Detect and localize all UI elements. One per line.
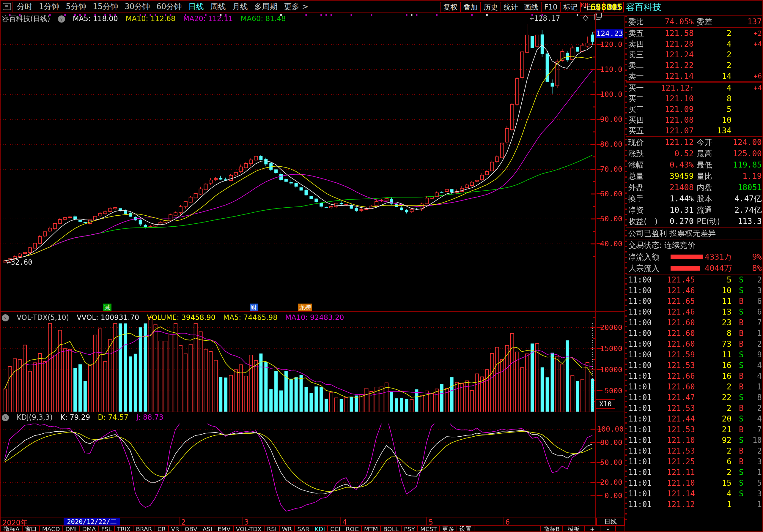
top-menu-bar: 分时1分钟5分钟15分钟30分钟60分钟日线周线月线多周期更多 > 复权叠加历史… xyxy=(1,1,763,13)
toolbar-item-KDJ[interactable]: KDJ xyxy=(312,526,328,532)
candlestick-chart-canvas[interactable] xyxy=(1,1,625,532)
toolbar-item-DMA[interactable]: DMA xyxy=(79,526,99,532)
tick-row: 11:01121.144S3 xyxy=(626,488,763,499)
toolbar-item-FSL[interactable]: FSL xyxy=(98,526,115,532)
toolbar-item-CCI[interactable]: CCI xyxy=(327,526,343,532)
toolbar-item-TRIX[interactable]: TRIX xyxy=(114,526,134,532)
low-price-annotation: ←32.60 xyxy=(7,258,32,266)
ask-row[interactable]: 卖二121.222 xyxy=(626,60,763,71)
toolbar-item-ROC[interactable]: ROC xyxy=(343,526,362,532)
ask-row[interactable]: 卖三121.242 xyxy=(626,49,763,60)
toolbar-item-DMI[interactable]: DMI xyxy=(62,526,80,532)
toolbar-item-指标B[interactable]: 指标B xyxy=(540,526,563,532)
flow-bar xyxy=(671,266,700,271)
axis-label: 50.00 xyxy=(597,215,622,223)
toolbar-item-VOL-TDX[interactable]: VOL-TDX xyxy=(233,526,265,532)
stock-code: 688005 xyxy=(590,2,622,12)
menu-item-日线[interactable]: 日线 xyxy=(188,1,204,13)
toolbar-item-EMV[interactable]: EMV xyxy=(215,526,234,532)
toolbar-item-CR[interactable]: CR xyxy=(155,526,169,532)
toolbar-item-ASI[interactable]: ASI xyxy=(200,526,215,532)
window-icon[interactable] xyxy=(3,3,11,10)
chevron-down-icon[interactable]: ∨ xyxy=(2,414,9,421)
toolbar-item-BOLL[interactable]: BOLL xyxy=(380,526,401,532)
toolbar-item-窗口[interactable]: 窗口 xyxy=(22,526,40,532)
chevron-down-icon[interactable]: ∨ xyxy=(2,314,9,321)
topbar-button-复权[interactable]: 复权 xyxy=(440,2,461,13)
toolbar-item-更多[interactable]: 更多 xyxy=(439,526,457,532)
ask-row[interactable]: 卖四121.284+4 xyxy=(626,39,763,49)
period-label-box[interactable]: 日线 xyxy=(596,518,625,526)
bid-row[interactable]: 买五121.07134 xyxy=(626,125,763,136)
topbar-button-标记[interactable]: 标记 xyxy=(560,2,581,13)
bid-row[interactable]: 买一121.12↑4+4 xyxy=(626,83,763,93)
tick-list[interactable]: 11:00121.455S211:00121.4610S311:00121.65… xyxy=(626,274,763,510)
toolbar-item-VR[interactable]: VR xyxy=(168,526,182,532)
menu-item-分时[interactable]: 分时 xyxy=(17,1,32,13)
ask-row[interactable]: 卖五121.582+2 xyxy=(626,28,763,39)
tick-row: 11:00121.455S2 xyxy=(626,274,763,285)
menu-item-5分钟[interactable]: 5分钟 xyxy=(66,1,86,13)
toolbar-item-模板[interactable]: 模板 xyxy=(562,526,585,532)
company-status: 公司已盈利 投票权无差异 xyxy=(626,227,763,239)
topbar-button-历史[interactable]: 历史 xyxy=(480,2,501,13)
tick-row: 11:01121.5321B7 xyxy=(626,424,763,435)
tick-row: 11:00121.5316S4 xyxy=(626,360,763,371)
event-badge[interactable]: 减 xyxy=(103,304,111,311)
topbar-button-F10[interactable]: F10 xyxy=(541,2,561,13)
menu-item-更多 >[interactable]: 更多 > xyxy=(284,1,308,13)
menu-item-1分钟[interactable]: 1分钟 xyxy=(39,1,59,13)
right-panel-border xyxy=(624,16,625,532)
chart-title: 容百科技(日线) xyxy=(2,15,50,23)
menu-item-60分钟[interactable]: 60分钟 xyxy=(156,1,181,13)
chevron-down-icon[interactable]: ∨ xyxy=(58,16,65,23)
bid-row[interactable]: 买四121.0810 xyxy=(626,115,763,125)
tick-row: 11:00121.6511B6 xyxy=(626,296,763,307)
toolbar-item-PSY[interactable]: PSY xyxy=(401,526,418,532)
toolbar-item-RSI[interactable]: RSI xyxy=(264,526,280,532)
ask-row[interactable]: 卖一121.1414+6 xyxy=(626,71,763,81)
diamond-icon[interactable]: ◇ xyxy=(583,13,589,22)
toolbar-item-MCST[interactable]: MCST xyxy=(417,526,440,532)
bid-row[interactable]: 买二121.108 xyxy=(626,93,763,104)
topbar-button-叠加[interactable]: 叠加 xyxy=(460,2,481,13)
toolbar-item-设置[interactable]: 设置 xyxy=(457,526,475,532)
axis-label: 0.00 xyxy=(597,491,622,500)
stat-row: 总量39459量比1.19 xyxy=(626,170,763,182)
topbar-button-统计[interactable]: 统计 xyxy=(500,2,521,13)
axis-label: 20.00 xyxy=(597,478,622,487)
axis-label: 70.00 xyxy=(597,165,622,173)
axis-label: 50.00 xyxy=(597,458,622,467)
indicator-value: K: 79.29 xyxy=(60,413,90,421)
event-badge[interactable]: 财 xyxy=(250,304,258,311)
bid-row[interactable]: 买三121.095 xyxy=(626,104,763,115)
month-tick xyxy=(340,517,341,525)
tick-row: 11:01121.256B3 xyxy=(626,456,763,467)
toolbar-item-BRAR[interactable]: BRAR xyxy=(133,526,155,532)
toolbar-item-SAR[interactable]: SAR xyxy=(294,526,312,532)
volume-multiplier-tag: X10 xyxy=(596,399,615,409)
menu-item-周线[interactable]: 周线 xyxy=(210,1,226,13)
stat-row: 外盘21408内盘18051 xyxy=(626,182,763,193)
indicator-value: MA5: 118.00 xyxy=(73,15,118,23)
toolbar-item-WR[interactable]: WR xyxy=(279,526,295,532)
event-badge[interactable]: 龙榜 xyxy=(298,304,312,311)
toolbar-item-MACD[interactable]: MACD xyxy=(39,526,63,532)
tick-row: 11:01121.4722S8 xyxy=(626,392,763,403)
indicator-value: VOL-TDX(5,10) xyxy=(17,313,69,322)
toolbar-item-OBV[interactable]: OBV xyxy=(181,526,200,532)
menu-item-多周期[interactable]: 多周期 xyxy=(254,1,277,13)
selected-date-label[interactable]: 2020/12/22/二 xyxy=(63,518,120,525)
pane-separator-2 xyxy=(1,411,625,411)
menu-item-30分钟[interactable]: 30分钟 xyxy=(125,1,150,13)
toolbar-item-MTM[interactable]: MTM xyxy=(361,526,381,532)
topbar-button-画线[interactable]: 画线 xyxy=(521,2,542,13)
menu-item-15分钟[interactable]: 15分钟 xyxy=(93,1,118,13)
toolbar-item--[interactable]: - xyxy=(600,526,616,532)
tick-row: 11:01121.602B1 xyxy=(626,382,763,392)
menu-item-月线[interactable]: 月线 xyxy=(232,1,248,13)
toolbar-item-指标A[interactable]: 指标A xyxy=(1,526,23,532)
toolbar-item-+[interactable]: + xyxy=(584,526,600,532)
tick-row: 11:00121.6073B2 xyxy=(626,339,763,349)
indicator-value: MA60: 81.48 xyxy=(241,15,286,23)
